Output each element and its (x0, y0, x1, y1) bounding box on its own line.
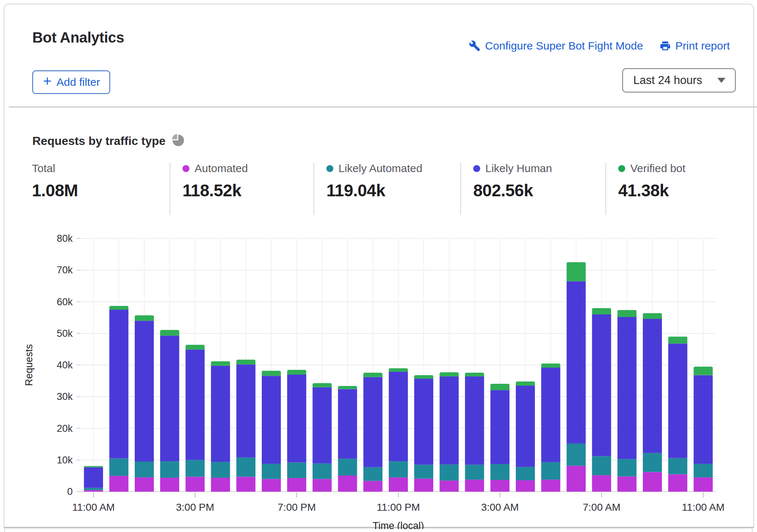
chart-bar-segment[interactable] (414, 479, 433, 492)
chart-bar-segment[interactable] (338, 475, 357, 492)
stat-likely-human[interactable]: Likely Human802.56k (473, 162, 552, 200)
chart-bar-segment[interactable] (287, 375, 306, 463)
chart-bar-segment[interactable] (465, 480, 484, 492)
configure-super-bot-fight-mode-link[interactable]: Configure Super Bot Fight Mode (469, 40, 643, 52)
chart-bar-segment[interactable] (135, 316, 154, 321)
chart-bar-segment[interactable] (693, 367, 713, 375)
chart-bar-segment[interactable] (643, 453, 662, 472)
chart-bar-segment[interactable] (211, 366, 230, 462)
chart-bar-segment[interactable] (541, 368, 560, 462)
chart-bar-segment[interactable] (414, 379, 433, 465)
chart-bar-segment[interactable] (84, 466, 103, 467)
stat-automated[interactable]: Automated118.52k (182, 162, 248, 200)
chart-bar-segment[interactable] (160, 478, 179, 492)
chart-bar-segment[interactable] (236, 477, 256, 492)
chart-bar-segment[interactable] (414, 375, 433, 379)
chart-bar-segment[interactable] (490, 390, 510, 464)
chart-bar-segment[interactable] (439, 464, 459, 481)
chart-bar-segment[interactable] (312, 383, 332, 387)
chart-bar-segment[interactable] (389, 368, 408, 372)
chart-bar-segment[interactable] (516, 467, 535, 480)
chart-bar-segment[interactable] (389, 461, 408, 477)
chart-bar-segment[interactable] (109, 310, 128, 458)
chart-bar-segment[interactable] (643, 313, 662, 319)
chart-bar-segment[interactable] (185, 345, 204, 350)
chart-bar-segment[interactable] (693, 375, 713, 464)
chart-bar-segment[interactable] (566, 281, 586, 443)
chart-bar-segment[interactable] (312, 387, 332, 463)
chart-bar-segment[interactable] (84, 488, 103, 490)
chart-bar-segment[interactable] (109, 458, 128, 475)
chart-bar-segment[interactable] (617, 459, 637, 476)
chart-bar-segment[interactable] (160, 461, 179, 478)
chart-bar-segment[interactable] (185, 460, 204, 477)
chart-bar-segment[interactable] (541, 364, 560, 368)
chart-bar-segment[interactable] (262, 371, 281, 376)
chart-bar-segment[interactable] (439, 376, 459, 464)
chart-bar-segment[interactable] (592, 308, 611, 314)
chart-bar-segment[interactable] (363, 467, 383, 481)
stat-verified-bot[interactable]: Verified bot41.38k (618, 162, 685, 200)
chart-bar-segment[interactable] (414, 465, 433, 479)
chart-bar-segment[interactable] (465, 376, 484, 465)
chart-bar-segment[interactable] (439, 372, 459, 376)
chart-bar-segment[interactable] (490, 464, 510, 480)
chart-bar-segment[interactable] (566, 444, 586, 466)
chart-bar-segment[interactable] (338, 459, 357, 475)
chart-bar-segment[interactable] (236, 458, 256, 477)
chart-bar-segment[interactable] (160, 330, 179, 336)
chart-bar-segment[interactable] (592, 314, 611, 456)
chart-bar-segment[interactable] (109, 306, 128, 310)
chart-bar-segment[interactable] (389, 477, 408, 492)
chart-bar-segment[interactable] (617, 317, 637, 459)
chart-bar-segment[interactable] (160, 336, 179, 461)
chart-bar-segment[interactable] (693, 464, 713, 477)
chart-bar-segment[interactable] (185, 350, 204, 460)
time-range-dropdown[interactable]: Last 24 hours (622, 68, 736, 92)
chart-bar-segment[interactable] (465, 465, 484, 480)
chart-bar-segment[interactable] (262, 479, 281, 492)
chart-bar-segment[interactable] (338, 386, 357, 389)
chart-bar-segment[interactable] (211, 462, 230, 478)
chart-bar-segment[interactable] (135, 321, 154, 462)
chart-bar-segment[interactable] (236, 360, 256, 364)
chart-bar-segment[interactable] (262, 376, 281, 464)
chart-bar-segment[interactable] (668, 458, 687, 474)
chart-bar-segment[interactable] (566, 262, 586, 281)
chart-bar-segment[interactable] (287, 463, 306, 478)
chart-bar-segment[interactable] (109, 476, 128, 492)
chart-bar-segment[interactable] (262, 464, 281, 479)
chart-bar-segment[interactable] (693, 477, 713, 492)
add-filter-button[interactable]: Add filter (32, 70, 110, 94)
chart-bar-segment[interactable] (516, 386, 535, 467)
chart-bar-segment[interactable] (490, 480, 510, 492)
chart-bar-segment[interactable] (566, 466, 586, 492)
chart-bar-segment[interactable] (211, 361, 230, 366)
chart-bar-segment[interactable] (617, 310, 637, 317)
chart-bar-segment[interactable] (135, 462, 154, 477)
chart-bar-segment[interactable] (617, 477, 637, 492)
chart-bar-segment[interactable] (516, 480, 535, 492)
chart-bar-segment[interactable] (592, 456, 611, 475)
chart-bar-segment[interactable] (312, 463, 332, 479)
chart-bar-segment[interactable] (363, 373, 383, 377)
chart-bar-segment[interactable] (135, 477, 154, 492)
print-report-link[interactable]: Print report (659, 40, 730, 52)
chart-bar-segment[interactable] (84, 467, 103, 488)
chart-bar-segment[interactable] (643, 319, 662, 453)
chart-bar-segment[interactable] (363, 377, 383, 467)
chart-bar-segment[interactable] (389, 372, 408, 461)
chart-bar-segment[interactable] (541, 480, 560, 492)
chart-bar-segment[interactable] (668, 336, 687, 343)
chart-bar-segment[interactable] (541, 462, 560, 480)
chart-bar-segment[interactable] (643, 472, 662, 492)
stat-likely-automated[interactable]: Likely Automated119.04k (326, 162, 422, 200)
chart-bar-segment[interactable] (516, 382, 535, 386)
chart-bar-segment[interactable] (287, 478, 306, 492)
chart-bar-segment[interactable] (363, 481, 383, 492)
chart-bar-segment[interactable] (668, 474, 687, 492)
chart-bar-segment[interactable] (236, 364, 256, 458)
chart-bar-segment[interactable] (287, 370, 306, 375)
chart-bar-segment[interactable] (338, 389, 357, 459)
chart-bar-segment[interactable] (668, 343, 687, 458)
